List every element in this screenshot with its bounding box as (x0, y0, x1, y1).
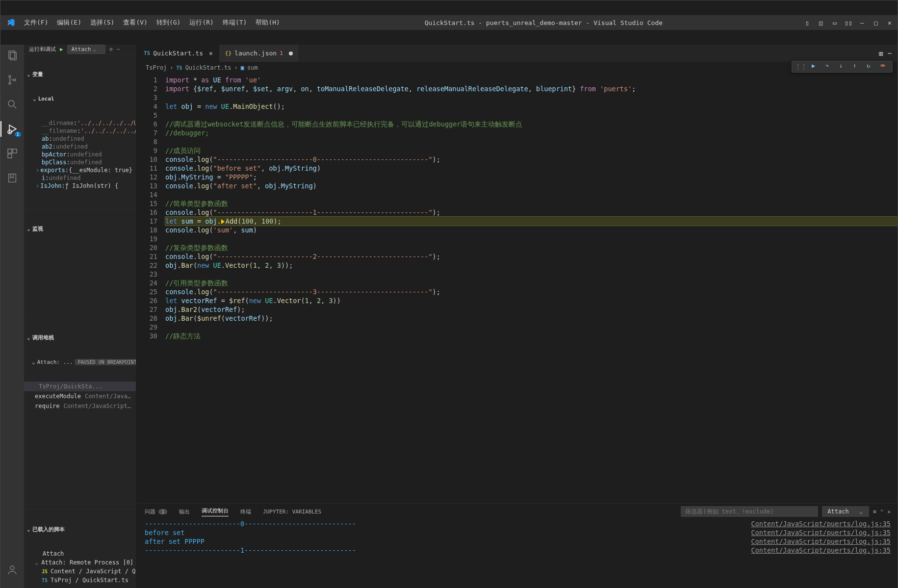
bookmark-icon[interactable] (5, 171, 19, 185)
code-line[interactable] (165, 323, 898, 332)
variable-row[interactable]: __filename: '../../../../../... (24, 127, 136, 135)
code-editor[interactable]: 1234567891011121314151617181920212223242… (138, 74, 898, 503)
code-line[interactable]: obj.MyString = "PPPPP"; (165, 173, 898, 181)
variable-row[interactable]: ab: undefined (24, 135, 136, 143)
editor-tab[interactable]: {}launch.json1 (219, 45, 299, 62)
close-button[interactable]: ✕ (886, 19, 894, 26)
code-line[interactable]: import * as UE from 'ue' (165, 76, 898, 84)
breadcrumb-folder[interactable]: TsProj (146, 64, 167, 71)
code-line[interactable]: //成员访问 (165, 146, 898, 155)
layout-toggle-icon[interactable]: ▯ (803, 19, 811, 26)
code-line[interactable]: import {$ref, $unref, $set, argv, on, to… (165, 84, 898, 93)
menu-item[interactable]: 编辑(E) (53, 16, 85, 29)
loaded-script-row[interactable]: JS Content / JavaScript / QuickStart... (24, 567, 136, 576)
code-line[interactable] (165, 234, 898, 243)
step-out-icon[interactable]: ↑ (853, 62, 862, 71)
code-line[interactable]: let obj = new UE.MainObject(); (165, 102, 898, 111)
code-line[interactable]: console.log("------------------------3--… (165, 287, 898, 296)
layout-side-icon[interactable]: ▭ (831, 19, 839, 26)
code-line[interactable] (165, 93, 898, 102)
variable-row[interactable]: ›exports: {__esModule: true} (24, 166, 136, 174)
code-line[interactable]: obj.Bar($unref(vectorRef)); (165, 314, 898, 323)
more-actions-icon[interactable]: ⋯ (117, 46, 120, 52)
code-line[interactable]: //静态方法 (165, 332, 898, 340)
panel-maximize-icon[interactable]: ⌃ (880, 509, 884, 515)
code-line[interactable] (165, 111, 898, 120)
layout-customize-icon[interactable]: ▯▯ (845, 19, 852, 26)
code-line[interactable]: //debugger; (165, 128, 898, 137)
split-editor-icon[interactable]: ▥ (879, 50, 883, 57)
panel-close-icon[interactable]: ✕ (887, 509, 891, 515)
accounts-icon[interactable] (5, 563, 19, 577)
tab-terminal[interactable]: 终端 (240, 508, 251, 515)
menu-item[interactable]: 帮助(H) (252, 16, 283, 29)
maximize-button[interactable]: ▢ (872, 19, 880, 26)
code-line[interactable]: console.log("after set", obj.MyString) (165, 181, 898, 190)
code-line[interactable]: //复杂类型参数函数 (165, 243, 898, 252)
more-editor-actions-icon[interactable]: ⋯ (888, 50, 892, 57)
variable-row[interactable]: ab2: undefined (24, 143, 136, 151)
debug-settings-icon[interactable]: ⚙ (109, 46, 113, 52)
continue-icon[interactable]: ▶ (812, 62, 821, 71)
code-line[interactable] (165, 270, 898, 279)
loaded-scripts-header[interactable]: ⌄已载入的脚本 (24, 524, 136, 535)
code-line[interactable]: //调试器通过websocket发送断点信息，可能断点生效前脚本已经执行完备，可… (165, 120, 898, 128)
code-line[interactable]: let sum = obj.Add(100, 100); (165, 217, 898, 226)
variable-row[interactable]: ›IsJohn: ƒ IsJohn(str) { (24, 182, 136, 190)
console-source-link[interactable]: Content/JavaScript/puerts/log.js:35 (751, 528, 891, 537)
breadcrumb-file[interactable]: QuickStart.ts (185, 64, 231, 71)
code-line[interactable]: console.log("before set", obj.MyString) (165, 164, 898, 173)
variables-section-header[interactable]: ⌄变量 (24, 69, 136, 79)
code-line[interactable]: console.log("------------------------1--… (165, 208, 898, 217)
breadcrumb-symbol[interactable]: sum (247, 64, 258, 71)
search-icon[interactable] (5, 98, 19, 111)
tab-output[interactable]: 输出 (179, 508, 190, 515)
menu-item[interactable]: 转到(G) (153, 16, 184, 29)
menu-item[interactable]: 查看(V) (119, 16, 151, 29)
panel-settings-icon[interactable]: ≡ (873, 509, 876, 515)
code-line[interactable]: //引用类型参数函数 (165, 279, 898, 287)
breadcrumbs[interactable]: TsProj› TS QuickStart.ts› ▣sum ⋮⋮ ▶ ↷ ↓ … (138, 62, 898, 74)
step-into-icon[interactable]: ↓ (839, 62, 848, 71)
watch-section-header[interactable]: ⌄监视 (24, 224, 136, 234)
console-source-link[interactable]: Content/JavaScript/puerts/log.js:35 (751, 519, 891, 528)
debug-config-selector[interactable]: Attach ⌄ (67, 45, 105, 54)
run-debug-icon[interactable]: 1 (5, 122, 19, 136)
layout-panel-icon[interactable]: ◫ (817, 19, 825, 26)
console-source-link[interactable]: Content/JavaScript/puerts/log.js:35 (751, 546, 891, 555)
variable-row[interactable]: bpClass: undefined (24, 158, 136, 166)
callstack-thread[interactable]: ⌄Attach: ... PAUSED ON BREAKPOINT (24, 358, 136, 367)
source-control-icon[interactable] (5, 73, 19, 87)
code-line[interactable]: let vectorRef = $ref(new UE.Vector(1, 2,… (165, 296, 898, 305)
tab-jupyter[interactable]: JUPYTER: VARIABLES (263, 509, 321, 515)
loaded-script-row[interactable]: Attach (24, 549, 136, 558)
menu-item[interactable]: 运行(R) (185, 16, 217, 29)
console-source-link[interactable]: Content/JavaScript/puerts/log.js:35 (751, 537, 891, 546)
variable-row[interactable]: __dirname: '../../../../../U... (24, 119, 136, 127)
callstack-frame[interactable]: requireContent/JavaScript/... (24, 401, 136, 411)
code-line[interactable]: //简单类型参数函数 (165, 199, 898, 208)
step-over-icon[interactable]: ↷ (825, 62, 834, 71)
menu-item[interactable]: 文件(F) (20, 16, 52, 29)
minimize-button[interactable]: — (858, 19, 866, 26)
callstack-frame[interactable]: executeModuleContent/Java... (24, 391, 136, 401)
disconnect-icon[interactable]: ⚮ (880, 62, 889, 71)
restart-icon[interactable]: ↻ (867, 62, 875, 71)
drag-handle-icon[interactable]: ⋮⋮ (795, 63, 807, 70)
loaded-script-row[interactable]: ⌄Attach: Remote Process [0] (24, 558, 136, 567)
code-line[interactable]: obj.Bar(new UE.Vector(1, 2, 3)); (165, 261, 898, 270)
code-line[interactable] (165, 190, 898, 199)
extensions-icon[interactable] (5, 147, 19, 160)
variables-scope-local[interactable]: ⌄Local (24, 94, 136, 103)
start-debug-icon[interactable]: ▶ (60, 46, 63, 52)
callstack-frame[interactable]: TsProj/QuickSta... (24, 382, 136, 391)
explorer-icon[interactable] (5, 49, 19, 62)
variable-row[interactable]: bpActor: undefined (24, 151, 136, 158)
variable-row[interactable]: i: undefined (24, 174, 136, 182)
code-line[interactable]: console.log('sum', sum) (165, 226, 898, 234)
code-line[interactable]: console.log("------------------------0--… (165, 155, 898, 164)
callstack-section-header[interactable]: ⌄调用堆栈 (24, 332, 136, 343)
debug-toolbar[interactable]: ⋮⋮ ▶ ↷ ↓ ↑ ↻ ⚮ (792, 61, 893, 73)
menu-item[interactable]: 选择(S) (86, 16, 118, 29)
tab-problems[interactable]: 问题1 (145, 508, 167, 515)
